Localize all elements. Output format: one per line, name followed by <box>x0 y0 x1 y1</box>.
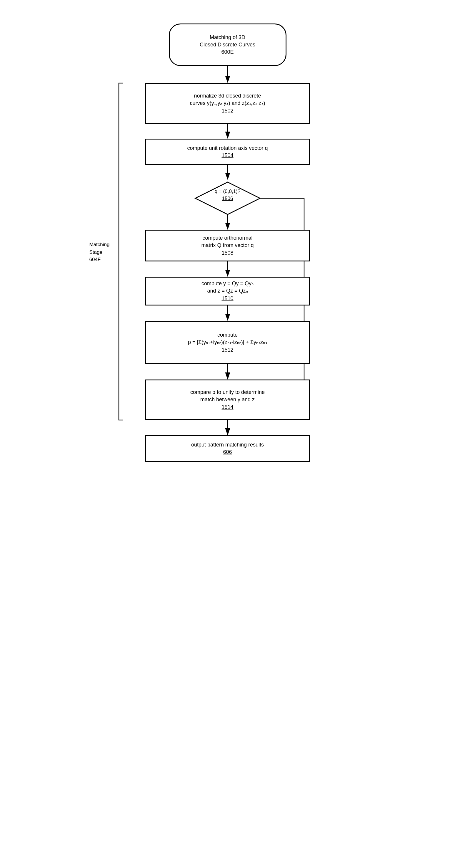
node-1512-line0: compute <box>217 331 238 339</box>
node-606-code: 606 <box>223 448 232 456</box>
node-1504: compute unit rotation axis vector q 1504 <box>145 138 310 165</box>
node-1502-code: 1502 <box>222 107 233 115</box>
bracket-label-line3: 604F <box>89 257 101 262</box>
svg-marker-5 <box>195 182 260 214</box>
node-1512-line1: p = |Σ(yₙ₁+iyₙ₂)(zₙ₁-izₙ₂)| + Σyₙ₃zₙ₃ <box>188 339 267 346</box>
node-606-line1: output pattern matching results <box>191 441 264 448</box>
node-1510-code: 1510 <box>222 295 233 302</box>
node-1514-line1: compare p to unity to determine <box>190 389 265 396</box>
node-1502-line2: curves y(y₁,y₂,y₃) and z(z₁,z₂,z₃) <box>190 100 265 107</box>
start-line2: Closed Discrete Curves <box>200 41 255 49</box>
bracket-label-line1: Matching <box>89 242 110 247</box>
node-1508-code: 1508 <box>222 249 233 257</box>
node-1510-line2: and z = Qz = Qzₙ <box>207 287 248 294</box>
node-606: output pattern matching results 606 <box>145 435 310 462</box>
start-node: Matching of 3D Closed Discrete Curves 60… <box>169 24 286 66</box>
start-code: 600E <box>221 49 233 56</box>
node-1504-line1: compute unit rotation axis vector q <box>187 145 268 152</box>
node-1514: compare p to unity to determine match be… <box>145 379 310 420</box>
bracket-label-line2: Stage <box>89 249 102 255</box>
node-1512: compute p = |Σ(yₙ₁+iyₙ₂)(zₙ₁-izₙ₂)| + Σy… <box>145 321 310 364</box>
start-line1: Matching of 3D <box>210 34 245 41</box>
node-1502-line1: normalize 3d closed discrete <box>194 92 261 100</box>
node-1514-code: 1514 <box>222 404 233 411</box>
node-1514-line2: match between y and z <box>200 396 255 403</box>
node-1510-line1: compute y = Qy = Qyₙ <box>201 280 254 287</box>
node-1512-code: 1512 <box>222 346 233 354</box>
node-1508: compute orthonormal matrix Q from vector… <box>145 230 310 261</box>
node-1508-line2: matrix Q from vector q <box>201 242 254 249</box>
node-1510: compute y = Qy = Qyₙ and z = Qz = Qzₙ 15… <box>145 277 310 306</box>
bracket-label: Matching Stage 604F <box>89 241 110 264</box>
node-1502: normalize 3d closed discrete curves y(y₁… <box>145 83 310 124</box>
node-1504-code: 1504 <box>222 152 233 159</box>
node-1508-line1: compute orthonormal <box>202 235 252 242</box>
